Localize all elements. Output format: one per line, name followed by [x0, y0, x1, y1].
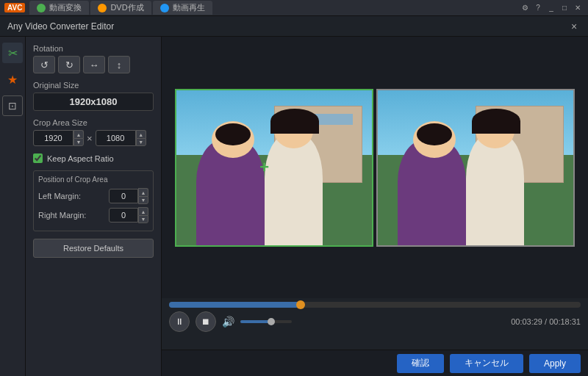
volume-slider[interactable] — [240, 320, 292, 323]
pause-button[interactable]: ⏸ — [169, 311, 190, 332]
time-current: 00:03:29 — [511, 317, 542, 326]
rotate-left-button[interactable]: ↺ — [33, 56, 55, 73]
position-section: Position of Crop Area Left Margin: 0 ▲ ▼… — [33, 170, 154, 231]
position-label: Position of Crop Area — [38, 176, 148, 184]
tab-icon-orange — [98, 4, 107, 12]
left-margin-row: Left Margin: 0 ▲ ▼ — [38, 188, 148, 204]
title-bar: AVC 動画変換 DVD作成 動画再生 ⚙ ? _ □ ✕ — [0, 0, 588, 16]
right-margin-spinners: ▲ ▼ — [138, 207, 148, 223]
crop-height-spinners: ▲ ▼ — [136, 130, 146, 146]
tab-playback[interactable]: 動画再生 — [153, 1, 212, 15]
crop-size-inputs: 1920 ▲ ▼ × 1080 ▲ ▼ — [33, 130, 154, 146]
right-margin-down[interactable]: ▼ — [138, 215, 148, 223]
volume-fill — [240, 320, 271, 323]
star-tool-button[interactable]: ★ — [2, 69, 23, 90]
left-panel: Rotation ↺ ↻ ↔ ↕ Original Size 1920x1080… — [26, 37, 162, 376]
crop-tool-button[interactable]: ⊡ — [2, 95, 23, 116]
video-preview-right — [376, 89, 575, 247]
help-icon[interactable]: ? — [532, 2, 544, 14]
crop-width-up[interactable]: ▲ — [74, 130, 84, 138]
left-margin-group: 0 ▲ ▼ — [109, 188, 148, 204]
cut-tool-button[interactable]: ✂ — [2, 43, 23, 63]
modal-close-button[interactable]: × — [567, 20, 581, 33]
left-margin-label: Left Margin: — [38, 192, 81, 200]
aspect-ratio-row: Keep Aspect Ratio — [33, 153, 154, 163]
settings-icon[interactable]: ⚙ — [519, 2, 531, 14]
modal-title-text: Any Video Converter Editor — [7, 21, 114, 32]
close-icon[interactable]: ✕ — [572, 2, 584, 14]
stop-button[interactable]: ⏹ — [196, 311, 216, 332]
rotation-buttons: ↺ ↻ ↔ ↕ — [33, 56, 154, 73]
crop-width-group: 1920 ▲ ▼ — [33, 130, 84, 146]
tab-icon-green — [37, 4, 46, 12]
crop-height-input[interactable]: 1080 — [96, 130, 136, 146]
tab-dvd[interactable]: DVD作成 — [90, 1, 151, 15]
keep-aspect-ratio-checkbox[interactable] — [33, 153, 43, 163]
maximize-icon[interactable]: □ — [559, 2, 570, 14]
tab-icon-blue — [160, 4, 169, 12]
minimize-icon[interactable]: _ — [545, 2, 557, 14]
left-toolbar: ✂ ★ ⊡ — [0, 37, 26, 376]
restore-defaults-button[interactable]: Restore Defaults — [33, 239, 154, 258]
original-size-label: Original Size — [33, 81, 154, 90]
title-tabs: 動画変換 DVD作成 動画再生 — [29, 1, 519, 15]
seek-bar[interactable] — [169, 302, 581, 308]
crop-height-up[interactable]: ▲ — [136, 130, 146, 138]
modal-title-bar: Any Video Converter Editor × — [0, 16, 588, 37]
volume-thumb[interactable] — [268, 318, 275, 325]
left-margin-spinners: ▲ ▼ — [138, 188, 148, 204]
chars-right — [378, 121, 573, 245]
modal-body: ✂ ★ ⊡ Rotation ↺ ↻ ↔ ↕ Original Size 192… — [0, 37, 588, 376]
video-previews: + — [162, 37, 588, 298]
tab-video-convert-label: 動画変換 — [49, 2, 82, 13]
rotation-section: Rotation ↺ ↻ ↔ ↕ — [33, 44, 154, 73]
seek-bar-fill — [169, 302, 301, 308]
original-size-value: 1920x1080 — [33, 93, 154, 111]
time-display: 00:03:29 / 00:18:31 — [511, 317, 581, 326]
rotation-label: Rotation — [33, 44, 154, 53]
apply-button[interactable]: Apply — [529, 354, 581, 373]
right-margin-up[interactable]: ▲ — [138, 207, 148, 215]
rotate-right-button[interactable]: ↻ — [58, 56, 80, 73]
char2-hair-right — [472, 109, 521, 134]
volume-icon: 🔊 — [222, 316, 234, 328]
char2-body-right — [466, 134, 525, 245]
right-margin-input[interactable]: 0 — [109, 208, 138, 223]
flip-h-button[interactable]: ↔ — [83, 56, 105, 73]
char2-body-left — [265, 134, 323, 245]
right-margin-label: Right Margin: — [38, 211, 86, 220]
video-content-right — [378, 90, 573, 245]
flip-v-button[interactable]: ↕ — [108, 56, 130, 73]
crop-separator: × — [87, 133, 93, 144]
crop-height-down[interactable]: ▼ — [136, 138, 146, 146]
keep-aspect-ratio-label: Keep Aspect Ratio — [47, 154, 114, 163]
tab-video-convert[interactable]: 動画変換 — [29, 1, 89, 15]
crop-width-spinners: ▲ ▼ — [74, 130, 84, 146]
right-margin-row: Right Margin: 0 ▲ ▼ — [38, 207, 148, 223]
crop-area-label: Crop Area Size — [33, 118, 154, 127]
playback-area: ⏸ ⏹ 🔊 00:03:29 / 00:18:31 — [162, 298, 588, 350]
cancel-button[interactable]: キャンセル — [450, 354, 523, 373]
controls-row: ⏸ ⏹ 🔊 00:03:29 / 00:18:31 — [169, 311, 581, 332]
left-margin-up[interactable]: ▲ — [138, 188, 148, 196]
crop-height-group: 1080 ▲ ▼ — [96, 130, 146, 146]
video-content-left: + — [176, 90, 372, 245]
crop-width-down[interactable]: ▼ — [74, 138, 84, 146]
video-area: + — [162, 37, 588, 376]
time-total: 00:18:31 — [549, 317, 581, 326]
char2-hair-left — [270, 109, 320, 134]
confirm-button[interactable]: 確認 — [397, 354, 444, 373]
left-margin-input[interactable]: 0 — [109, 189, 138, 203]
left-margin-down[interactable]: ▼ — [138, 196, 148, 204]
seek-thumb[interactable] — [296, 300, 305, 309]
tab-playback-label: 動画再生 — [173, 2, 205, 13]
tab-dvd-label: DVD作成 — [110, 2, 143, 13]
right-margin-group: 0 ▲ ▼ — [109, 207, 148, 223]
editor-modal: Any Video Converter Editor × ✂ ★ ⊡ Rotat… — [0, 16, 588, 376]
crop-width-input[interactable]: 1920 — [33, 130, 74, 146]
crop-size-section: Crop Area Size 1920 ▲ ▼ × 1080 ▲ — [33, 118, 154, 146]
chars-left — [176, 121, 372, 245]
video-preview-left: + — [175, 89, 373, 247]
bottom-action-bar: 確認 キャンセル Apply — [162, 350, 588, 376]
original-size-section: Original Size 1920x1080 — [33, 81, 154, 111]
